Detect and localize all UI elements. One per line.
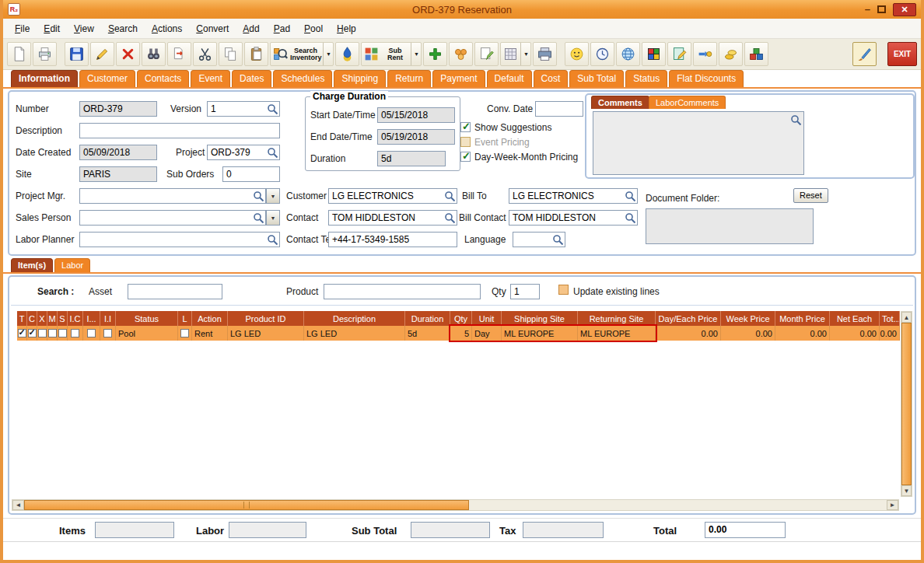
scroll-right-arrow-icon[interactable]: ► [887, 500, 898, 510]
language-search-icon[interactable] [552, 234, 564, 246]
comments-search-icon[interactable] [790, 114, 802, 126]
cube-button[interactable] [642, 42, 666, 66]
column-header-status[interactable]: Status [116, 311, 178, 326]
tab-information[interactable]: Information [11, 70, 78, 87]
tab-dates[interactable]: Dates [232, 70, 271, 87]
qty-input[interactable]: 1 [510, 284, 540, 299]
delete-button[interactable] [116, 42, 140, 66]
contact-field[interactable]: TOM HIDDLESTON [328, 210, 457, 226]
date-created-field[interactable]: 05/09/2018 [79, 145, 157, 160]
sales-person-dropdown-button[interactable]: ▼ [266, 210, 280, 226]
site-field[interactable]: PARIS [79, 166, 157, 182]
tab-default[interactable]: Default [487, 70, 532, 87]
version-field[interactable]: 1 [207, 101, 280, 117]
column-header-i[interactable]: I... [83, 311, 100, 326]
row-checkbox-l[interactable] [178, 326, 192, 341]
menu-actions[interactable]: Actions [145, 20, 189, 37]
close-button[interactable]: ✕ [893, 3, 916, 16]
money-button[interactable] [719, 42, 743, 66]
column-header-day-each-price[interactable]: Day/Each Price [656, 311, 721, 326]
print-button[interactable] [33, 42, 57, 66]
row-checkbox-ii[interactable] [100, 326, 116, 341]
update-existing-checkbox[interactable] [558, 285, 569, 295]
paintbrush-button[interactable] [852, 42, 877, 66]
bill-contact-field[interactable]: TOM HIDDLESTON [509, 210, 638, 226]
exit-button[interactable]: EXIT [887, 42, 917, 66]
search-inventory-dropdown-icon[interactable]: ▼ [323, 43, 331, 65]
sub-rent-dropdown-icon[interactable]: ▼ [411, 43, 419, 65]
event-pricing-checkbox[interactable] [460, 137, 471, 147]
report-button[interactable] [533, 42, 557, 66]
horizontal-scrollbar-thumb[interactable] [24, 500, 469, 510]
sales-person-search-icon[interactable] [253, 212, 264, 224]
show-suggestions-checkbox[interactable] [460, 122, 471, 132]
project-mgr-field[interactable] [79, 188, 266, 204]
bill-to-field[interactable]: LG ELECTRONICS [509, 188, 638, 204]
tab-return[interactable]: Return [387, 70, 431, 87]
language-field[interactable] [513, 232, 565, 247]
tab-shipping[interactable]: Shipping [334, 70, 386, 87]
customer-field[interactable]: LG ELECTRONICS [328, 188, 457, 204]
project-field[interactable]: ORD-379 [207, 145, 280, 160]
web-button[interactable] [616, 42, 640, 66]
column-header-net-each[interactable]: Net Each [830, 311, 880, 326]
row-checkbox-ic[interactable] [68, 326, 83, 341]
tab-items[interactable]: Item(s) [11, 258, 53, 272]
menu-file[interactable]: File [8, 20, 37, 37]
menu-edit[interactable]: Edit [37, 20, 67, 37]
row-checkbox-t[interactable] [17, 326, 27, 341]
customer-search-icon[interactable] [444, 191, 456, 202]
find-button[interactable] [142, 42, 166, 66]
document-folder-box[interactable] [646, 208, 814, 244]
tab-flat-discounts[interactable]: Flat Discounts [669, 70, 744, 87]
convert-document-button[interactable] [167, 42, 191, 66]
column-header-c[interactable]: C [27, 311, 37, 326]
bill-to-search-icon[interactable] [625, 191, 636, 202]
copy-button[interactable] [219, 42, 243, 66]
menu-view[interactable]: View [67, 20, 101, 37]
row-checkbox-x[interactable] [37, 326, 47, 341]
vertical-scrollbar-thumb[interactable] [901, 323, 912, 485]
paste-button[interactable] [244, 42, 268, 66]
tab-contacts[interactable]: Contacts [137, 70, 189, 87]
day-week-month-checkbox[interactable] [460, 152, 471, 162]
version-search-icon[interactable] [267, 103, 278, 115]
column-header-l[interactable]: L [178, 311, 192, 326]
labor-planner-search-icon[interactable] [267, 234, 278, 246]
tab-payment[interactable]: Payment [432, 70, 485, 87]
menu-pad[interactable]: Pad [267, 20, 297, 37]
labor-planner-field[interactable] [79, 232, 280, 247]
tab-status[interactable]: Status [625, 70, 667, 87]
sub-orders-field[interactable]: 0 [222, 166, 280, 182]
tab-cost[interactable]: Cost [534, 70, 569, 87]
column-header-tot[interactable]: Tot... [880, 311, 900, 326]
column-header-action[interactable]: Action [192, 311, 228, 326]
maximize-button[interactable] [877, 5, 886, 13]
contact-search-icon[interactable] [444, 212, 456, 224]
tab-comments[interactable]: Comments [591, 96, 649, 109]
scrollbar-track[interactable] [469, 500, 887, 510]
cut-button[interactable] [193, 42, 217, 66]
blocks-button[interactable] [744, 42, 768, 66]
number-field[interactable]: ORD-379 [79, 101, 157, 117]
row-checkbox-s[interactable] [58, 326, 68, 341]
vertical-scrollbar[interactable]: ▲ ▼ [901, 311, 912, 497]
menu-help[interactable]: Help [330, 20, 363, 37]
minimize-button[interactable]: – [865, 5, 870, 13]
project-mgr-dropdown-button[interactable]: ▼ [266, 188, 280, 204]
tab-schedules[interactable]: Schedules [273, 70, 332, 87]
start-date-field[interactable]: 05/15/2018 [377, 107, 455, 123]
notes-button[interactable] [667, 42, 691, 66]
sub-rent-button[interactable]: Sub Rent▼ [361, 42, 422, 66]
contact-tel-field[interactable]: +44-17-5349-1585 [328, 232, 457, 247]
search-inventory-button[interactable]: Search Inventory▼ [270, 42, 334, 66]
history-button[interactable] [590, 42, 614, 66]
scroll-down-arrow-icon[interactable]: ▼ [901, 485, 912, 496]
edit-button[interactable] [90, 42, 114, 66]
row-checkbox-m[interactable] [47, 326, 58, 341]
smiley-button[interactable] [565, 42, 589, 66]
column-header-month-price[interactable]: Month Price [775, 311, 830, 326]
pad-grid-button[interactable]: ▼ [500, 42, 531, 66]
bill-contact-search-icon[interactable] [625, 212, 636, 224]
horizontal-scrollbar[interactable]: ◄ ► [12, 499, 899, 511]
